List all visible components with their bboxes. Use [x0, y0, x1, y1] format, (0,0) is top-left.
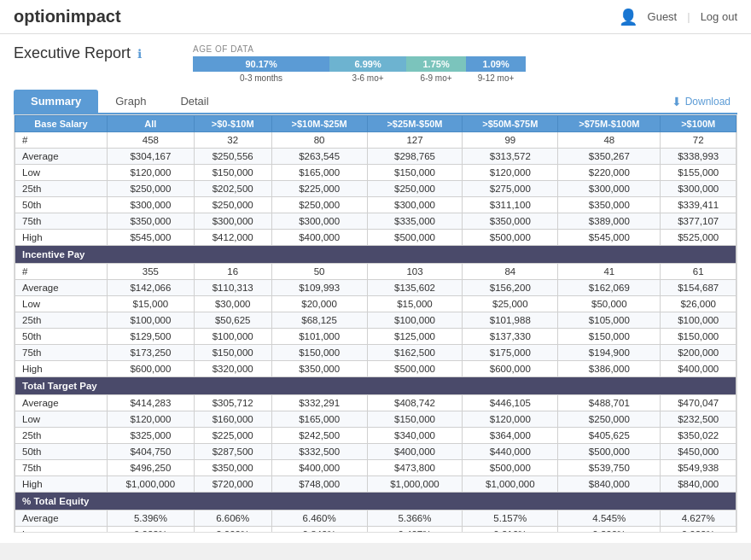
- table-header-row: Base Salary All >$0-$10M >$10M-$25M >$25…: [15, 116, 736, 132]
- cell: 0.497%: [367, 527, 463, 534]
- age-bar-0: 90.17%: [193, 56, 329, 72]
- cell: $304,167: [108, 149, 195, 165]
- cell: $173,250: [108, 345, 195, 361]
- table-row: 50th $404,750 $287,500 $332,500 $400,000…: [15, 444, 736, 460]
- logo-impact: impact: [66, 7, 120, 26]
- age-of-data: AGE OF DATA 90.17% 6.99% 1.75% 1.09% 0-3…: [193, 44, 526, 83]
- row-label: Average: [15, 149, 108, 165]
- cell: 2.000%: [194, 527, 271, 534]
- row-label: #: [15, 132, 108, 149]
- col-0-10m: >$0-$10M: [194, 116, 271, 132]
- cell: $400,000: [661, 361, 736, 377]
- table-row: 75th $350,000 $300,000 $300,000 $335,000…: [15, 213, 736, 230]
- age-of-data-label: AGE OF DATA: [193, 44, 526, 54]
- cell: $150,000: [367, 165, 463, 181]
- cell: $125,000: [367, 329, 463, 345]
- cell: $15,000: [108, 296, 195, 312]
- download-label: Download: [685, 96, 731, 108]
- age-bar-3: 1.09%: [466, 56, 526, 72]
- cell: $120,000: [108, 165, 195, 181]
- section-title: Total Target Pay: [15, 377, 736, 395]
- data-table-wrapper[interactable]: Base Salary All >$0-$10M >$10M-$25M >$25…: [14, 114, 737, 533]
- table-row: Low $120,000 $160,000 $165,000 $150,000 …: [15, 411, 736, 428]
- age-bar-1: 6.99%: [329, 56, 406, 72]
- cell: $473,800: [367, 460, 463, 476]
- cell: $129,500: [108, 329, 195, 345]
- cell: $250,556: [194, 149, 271, 165]
- cell: $275,000: [463, 181, 558, 197]
- cell: $389,000: [558, 213, 661, 230]
- cell: $404,750: [108, 444, 195, 460]
- cell: $305,712: [194, 395, 271, 411]
- cell: $488,701: [558, 395, 661, 411]
- cell: $150,000: [194, 345, 271, 361]
- logout-link[interactable]: Log out: [701, 10, 737, 23]
- cell: $250,000: [367, 181, 463, 197]
- cell: $300,000: [367, 197, 463, 213]
- cell: $350,000: [108, 213, 195, 230]
- row-label: Average: [15, 395, 108, 411]
- table-row: 50th $300,000 $250,000 $250,000 $300,000…: [15, 197, 736, 213]
- cell: $101,000: [271, 329, 367, 345]
- cell: $440,000: [463, 444, 558, 460]
- tab-detail[interactable]: Detail: [163, 90, 225, 113]
- row-label: 25th: [15, 181, 108, 197]
- cell: $549,938: [661, 460, 736, 476]
- tab-graph[interactable]: Graph: [98, 90, 163, 113]
- tab-bar: Summary Graph Detail ⬇ Download: [14, 90, 737, 114]
- cell: $600,000: [463, 361, 558, 377]
- cell: 6.460%: [271, 510, 367, 527]
- col-all: All: [108, 116, 195, 132]
- cell: $250,000: [558, 411, 661, 428]
- page-title-text: Executive Report: [14, 44, 131, 62]
- cell: $377,107: [661, 213, 736, 230]
- cell: $500,000: [367, 361, 463, 377]
- cell: $339,411: [661, 197, 736, 213]
- table-row: 25th $325,000 $225,000 $242,500 $340,000…: [15, 428, 736, 444]
- cell: $840,000: [661, 476, 736, 493]
- page-title: Executive Report ℹ: [14, 44, 142, 62]
- row-label: Average: [15, 280, 108, 296]
- cell: 41: [558, 264, 661, 280]
- cell: 61: [661, 264, 736, 280]
- cell: 99: [463, 132, 558, 149]
- cell: $400,000: [271, 230, 367, 246]
- cell: $162,069: [558, 280, 661, 296]
- row-label: Low: [15, 165, 108, 181]
- table-row: Average $414,283 $305,712 $332,291 $408,…: [15, 395, 736, 411]
- tab-summary[interactable]: Summary: [14, 90, 98, 113]
- cell: $311,100: [463, 197, 558, 213]
- age-labels: 0-3 months 3-6 mo+ 6-9 mo+ 9-12 mo+: [193, 72, 526, 83]
- cell: 0.216%: [463, 527, 558, 534]
- download-button[interactable]: ⬇ Download: [665, 91, 737, 112]
- cell: $446,105: [463, 395, 558, 411]
- row-label: Low: [15, 527, 108, 534]
- cell: $175,000: [463, 345, 558, 361]
- age-sublabel-0: 0-3 months: [193, 72, 329, 83]
- cell: $600,000: [108, 361, 195, 377]
- table-row: Low $120,000 $150,000 $165,000 $150,000 …: [15, 165, 736, 181]
- cell: $232,500: [661, 411, 736, 428]
- cell: $335,000: [367, 213, 463, 230]
- cell: $500,000: [367, 230, 463, 246]
- cell: $110,313: [194, 280, 271, 296]
- cell: $250,000: [108, 181, 195, 197]
- cell: $150,000: [558, 329, 661, 345]
- cell: $30,000: [194, 296, 271, 312]
- section-title: Incentive Pay: [15, 246, 736, 264]
- table-row: # 458 32 80 127 99 48 72: [15, 132, 736, 149]
- cell: 458: [108, 132, 195, 149]
- cell: $100,000: [367, 312, 463, 329]
- table-row: Average $304,167 $250,556 $263,545 $298,…: [15, 149, 736, 165]
- cell: $405,625: [558, 428, 661, 444]
- cell: $20,000: [271, 296, 367, 312]
- cell: 103: [367, 264, 463, 280]
- row-label: 50th: [15, 197, 108, 213]
- info-icon: ℹ: [137, 47, 142, 61]
- cell: $400,000: [367, 444, 463, 460]
- cell: $137,330: [463, 329, 558, 345]
- cell: $500,000: [463, 460, 558, 476]
- cell: $320,000: [194, 361, 271, 377]
- col-50-75m: >$50M-$75M: [463, 116, 558, 132]
- cell: $1,000,000: [463, 476, 558, 493]
